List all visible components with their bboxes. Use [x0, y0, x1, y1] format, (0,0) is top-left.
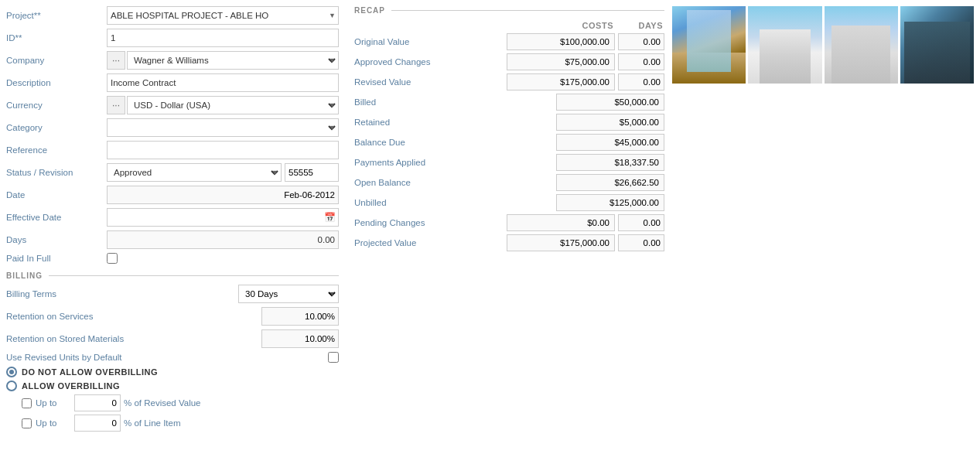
approved-changes-row: Approved Changes — [354, 53, 664, 70]
recap-divider-line — [391, 10, 664, 11]
id-input[interactable] — [107, 29, 339, 47]
use-revised-checkbox[interactable] — [328, 352, 339, 363]
recap-title: RECAP — [354, 6, 391, 15]
balance-due-costs[interactable] — [556, 134, 664, 151]
up-to-checkbox-2[interactable] — [22, 418, 32, 428]
reference-label: Reference — [6, 145, 107, 155]
id-row: ID* — [6, 29, 339, 47]
recap-days-header: DAYS — [616, 21, 663, 30]
paid-in-full-checkbox[interactable] — [107, 253, 118, 264]
center-panel: RECAP COSTS DAYS Original Value Approved… — [347, 6, 664, 465]
approved-changes-costs[interactable] — [507, 53, 615, 70]
use-revised-row: Use Revised Units by Default — [6, 352, 339, 363]
currency-row: Currency ··· USD - Dollar (USA) ▼ — [6, 96, 339, 114]
up-to-label-2: Up to — [36, 418, 74, 428]
use-revised-label: Use Revised Units by Default — [6, 353, 328, 362]
open-balance-costs[interactable] — [556, 174, 664, 191]
project-label: Project* — [6, 11, 107, 20]
original-value-costs[interactable] — [507, 33, 615, 50]
unbilled-label: Unbilled — [354, 198, 553, 207]
status-select[interactable]: Approved — [107, 163, 282, 182]
building-image-2 — [748, 6, 821, 84]
effective-date-row: Effective Date 📅 — [6, 208, 339, 227]
up-to-row-2: Up to % of Line Item — [6, 415, 339, 432]
retained-costs[interactable] — [556, 114, 664, 131]
retention-materials-input[interactable] — [261, 329, 339, 348]
company-select[interactable]: Wagner & Williams — [127, 51, 339, 70]
unbilled-costs[interactable] — [556, 194, 664, 211]
project-row: Project* ▼ — [6, 6, 339, 25]
calendar-icon[interactable]: 📅 — [324, 212, 336, 223]
revised-value-row: Revised Value — [354, 73, 664, 90]
status-row: Status / Revision Approved ▼ — [6, 163, 339, 182]
retention-services-row: Retention on Services — [6, 307, 339, 326]
category-label: Category — [6, 123, 107, 132]
status-label: Status / Revision — [6, 168, 107, 177]
approved-changes-days[interactable] — [618, 53, 664, 70]
recap-header: RECAP — [354, 6, 664, 15]
currency-ellipsis-button[interactable]: ··· — [107, 96, 125, 114]
company-row: Company ··· Wagner & Williams ▼ — [6, 51, 339, 70]
project-input[interactable] — [107, 6, 339, 25]
no-overbilling-radio[interactable] — [6, 367, 17, 377]
pending-changes-costs[interactable] — [507, 214, 615, 231]
category-select[interactable] — [107, 118, 339, 137]
open-balance-row: Open Balance — [354, 174, 664, 191]
effective-date-input[interactable] — [107, 208, 339, 227]
allow-overbilling-label: ALLOW OVERBILLING — [22, 381, 120, 391]
building-image-4 — [900, 6, 974, 84]
billing-terms-row: Billing Terms 30 Days ▼ — [6, 285, 339, 303]
projected-value-costs[interactable] — [507, 234, 615, 251]
reference-input[interactable] — [107, 141, 339, 159]
billing-terms-select[interactable]: 30 Days — [238, 285, 339, 303]
billed-row: Billed — [354, 94, 664, 111]
up-to-row-1: Up to % of Revised Value — [6, 394, 339, 411]
pending-changes-days[interactable] — [618, 214, 664, 231]
unbilled-row: Unbilled — [354, 194, 664, 211]
revised-value-label: Revised Value — [354, 77, 504, 87]
projected-value-row: Projected Value — [354, 234, 664, 251]
billing-divider-line — [49, 275, 339, 276]
up-to-input-2[interactable] — [74, 415, 121, 432]
currency-select[interactable]: USD - Dollar (USA) — [127, 96, 339, 114]
pending-changes-row: Pending Changes — [354, 214, 664, 231]
description-input[interactable] — [107, 73, 339, 92]
balance-due-label: Balance Due — [354, 138, 553, 147]
building-images — [672, 6, 974, 84]
revision-input[interactable] — [285, 163, 339, 182]
balance-due-row: Balance Due — [354, 134, 664, 151]
percent-line-label: % of Line Item — [124, 418, 181, 428]
no-overbilling-row: DO NOT ALLOW OVERBILLING — [6, 367, 339, 377]
retained-label: Retained — [354, 118, 553, 127]
building-image-3 — [825, 6, 898, 84]
revised-value-days[interactable] — [618, 73, 664, 90]
days-label: Days — [6, 235, 107, 244]
recap-column-headers: COSTS DAYS — [354, 21, 664, 30]
building-image-1 — [672, 6, 746, 84]
description-label: Description — [6, 78, 107, 87]
recap-costs-header: COSTS — [505, 21, 613, 30]
retention-services-label: Retention on Services — [6, 312, 261, 321]
up-to-checkbox-1[interactable] — [22, 398, 32, 408]
original-value-days[interactable] — [618, 33, 664, 50]
payments-applied-row: Payments Applied — [354, 154, 664, 171]
retention-services-input[interactable] — [261, 307, 339, 326]
date-input[interactable] — [107, 186, 339, 204]
date-wrapper — [107, 186, 339, 204]
company-ellipsis-button[interactable]: ··· — [107, 51, 125, 70]
projected-value-days[interactable] — [618, 234, 664, 251]
open-balance-label: Open Balance — [354, 178, 553, 187]
no-overbilling-label: DO NOT ALLOW OVERBILLING — [22, 367, 158, 377]
right-panel — [672, 6, 974, 465]
category-row: Category ▼ — [6, 118, 339, 137]
revised-value-costs[interactable] — [507, 73, 615, 90]
percent-revised-label: % of Revised Value — [124, 398, 201, 408]
billed-label: Billed — [354, 97, 553, 107]
effective-date-label: Effective Date — [6, 213, 107, 222]
allow-overbilling-radio[interactable] — [6, 381, 17, 391]
up-to-input-1[interactable] — [74, 394, 121, 411]
billed-costs[interactable] — [556, 94, 664, 111]
days-input[interactable] — [107, 230, 339, 249]
company-label: Company — [6, 56, 107, 65]
payments-applied-costs[interactable] — [556, 154, 664, 171]
